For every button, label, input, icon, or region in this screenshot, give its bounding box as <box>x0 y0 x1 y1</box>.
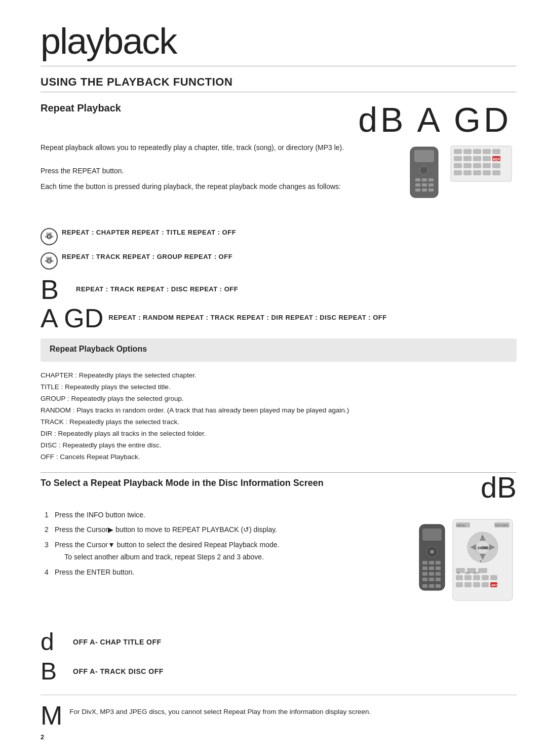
svg-rect-26 <box>473 163 481 168</box>
remote-control-image: REP <box>405 142 517 220</box>
svg-rect-20 <box>473 156 481 161</box>
svg-rect-42 <box>429 566 434 570</box>
svg-rect-79 <box>482 582 489 587</box>
svg-rect-44 <box>422 572 427 576</box>
svg-rect-1 <box>414 150 434 162</box>
option-disc: DISC : Repeatedly plays the entire disc. <box>41 440 517 451</box>
option-group: GROUP : Repeatedly plays the selected gr… <box>41 393 517 405</box>
each-time-text: Each time the button is pressed during p… <box>41 181 395 192</box>
svg-rect-6 <box>415 183 420 186</box>
svg-rect-17 <box>492 149 500 154</box>
step-1: Press the INFO button twice. <box>41 509 400 521</box>
svg-rect-47 <box>422 578 427 581</box>
d-codes: OFF A- CHAP TITLE OFF <box>73 638 162 646</box>
svg-text:EXIT: EXIT <box>474 572 479 575</box>
svg-rect-21 <box>483 156 491 161</box>
svg-rect-32 <box>483 170 491 175</box>
svg-rect-40 <box>436 561 441 564</box>
brand-text: dB A GD <box>358 102 517 137</box>
dvd-video-codes: REPEAT : CHAPTER REPEAT : TITLE REPEAT :… <box>62 227 236 238</box>
svg-rect-30 <box>463 170 472 175</box>
svg-rect-28 <box>492 163 500 168</box>
svg-point-2 <box>420 166 428 174</box>
svg-rect-75 <box>490 575 497 580</box>
dvd-audio-codes: REPEAT : TRACK REPEAT : GROUP REPEAT : O… <box>62 251 232 262</box>
svg-point-37 <box>430 550 434 554</box>
svg-rect-76 <box>456 582 463 587</box>
svg-rect-49 <box>436 578 441 581</box>
svg-rect-4 <box>422 178 427 181</box>
svg-rect-31 <box>473 170 481 175</box>
svg-rect-13 <box>454 149 462 154</box>
step-3: Press the Cursor▼ button to select the d… <box>41 539 400 563</box>
note-box: M For DivX, MP3 and JPEG discs, you cann… <box>41 695 517 729</box>
svg-rect-9 <box>415 188 420 192</box>
step-4: Press the ENTER button. <box>41 566 400 579</box>
b-letter: B <box>41 276 71 303</box>
select-heading: To Select a Repeat Playback Mode in the … <box>41 478 324 490</box>
svg-rect-15 <box>473 149 481 154</box>
svg-rect-35 <box>422 528 442 541</box>
svg-rect-52 <box>436 584 441 588</box>
svg-rect-71 <box>456 575 463 580</box>
svg-rect-10 <box>422 188 427 192</box>
repeat-description: Repeat playback allows you to repeatedly… <box>41 142 395 153</box>
page-title: playback <box>41 20 517 66</box>
steps-list: Press the INFO button twice. Press the C… <box>41 509 400 579</box>
option-chapter: CHAPTER : Repeatedly plays the selected … <box>41 370 517 382</box>
option-dir: DIR : Repeatedly plays all tracks in the… <box>41 428 517 440</box>
note-letter: M <box>41 702 62 729</box>
option-title: TITLE : Repeatedly plays the selected ti… <box>41 382 517 393</box>
svg-rect-18 <box>454 156 462 161</box>
svg-rect-8 <box>428 183 434 186</box>
dvd-audio-row: DVDAUDIO REPEAT : TRACK REPEAT : GROUP R… <box>41 251 517 270</box>
svg-text:IN: IN <box>457 572 459 575</box>
options-title: Repeat Playback Options <box>50 345 507 354</box>
svg-rect-33 <box>492 170 500 175</box>
options-box: Repeat Playback Options <box>41 338 517 362</box>
svg-rect-77 <box>464 582 472 587</box>
press-repeat-text: Press the REPEAT button. <box>41 165 395 176</box>
dvd-video-icon: DVDVIDEO <box>41 228 58 245</box>
svg-rect-43 <box>436 566 441 570</box>
svg-rect-73 <box>473 575 480 580</box>
page-number: 2 <box>41 733 44 741</box>
svg-rect-27 <box>483 163 491 168</box>
svg-rect-16 <box>483 149 491 154</box>
svg-rect-29 <box>454 170 462 175</box>
b2-row: B OFF A- TRACK DISC OFF <box>41 659 517 684</box>
select-db-text: dB <box>481 473 517 502</box>
svg-rect-48 <box>429 578 434 581</box>
b2-codes: OFF A- TRACK DISC OFF <box>73 667 164 675</box>
option-random: RANDOM : Plays tracks in random order. (… <box>41 405 517 417</box>
svg-rect-70 <box>478 568 487 573</box>
svg-rect-11 <box>428 188 434 192</box>
d-letter: d <box>41 630 66 654</box>
svg-rect-50 <box>422 584 427 588</box>
svg-text:INFO: INFO <box>491 584 498 587</box>
svg-text:MENU: MENU <box>457 524 466 527</box>
svg-rect-46 <box>436 572 441 576</box>
disc-info-table: d OFF A- CHAP TITLE OFF B OFF A- TRACK D… <box>41 630 517 684</box>
svg-text:SRC: SRC <box>465 572 471 575</box>
svg-rect-45 <box>429 572 434 576</box>
svg-rect-51 <box>429 584 434 588</box>
svg-rect-41 <box>422 566 427 570</box>
svg-text:REP: REP <box>493 158 500 161</box>
b2-letter: B <box>41 659 66 684</box>
svg-rect-14 <box>463 149 472 154</box>
options-list: CHAPTER : Repeatedly plays the selected … <box>41 370 517 463</box>
svg-rect-19 <box>463 156 472 161</box>
svg-rect-3 <box>415 178 420 181</box>
section-heading: USING THE PLAYBACK FUNCTION <box>41 75 517 92</box>
dvd-video-row: DVDVIDEO REPEAT : CHAPTER REPEAT : TITLE… <box>41 227 517 245</box>
step-2: Press the Cursor▶ button to move to REPE… <box>41 524 400 536</box>
b-codes: REPEAT : TRACK REPEAT : DISC REPEAT : OF… <box>76 276 238 295</box>
option-off: OFF : Cancels Repeat Playback. <box>41 451 517 463</box>
option-track: TRACK : Repeatedly plays the selected tr… <box>41 417 517 428</box>
svg-rect-72 <box>464 575 472 580</box>
svg-rect-5 <box>428 178 434 181</box>
svg-rect-24 <box>454 163 462 168</box>
svg-rect-78 <box>473 582 480 587</box>
agd-letter: A GD <box>41 305 103 331</box>
